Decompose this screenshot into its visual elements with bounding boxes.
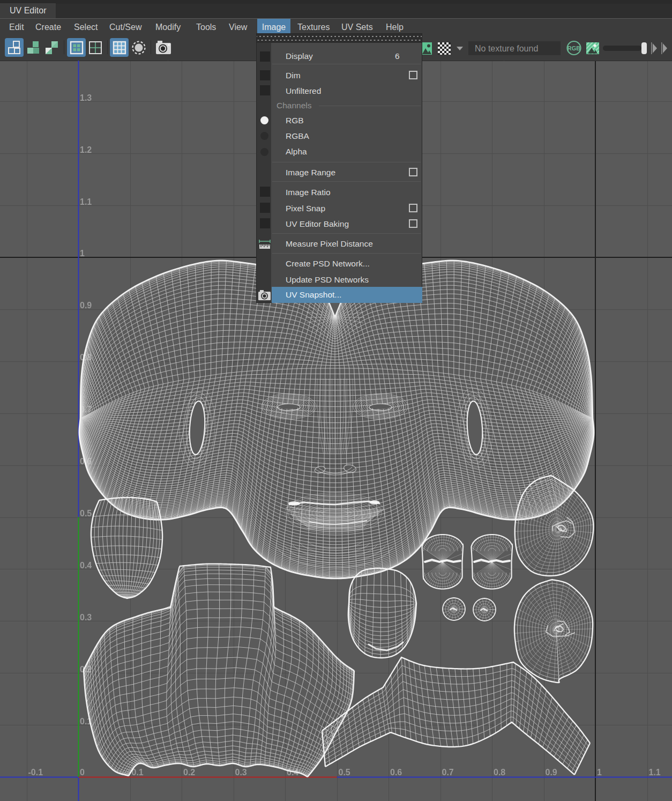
svg-text:RGB: RGB [568, 45, 581, 51]
